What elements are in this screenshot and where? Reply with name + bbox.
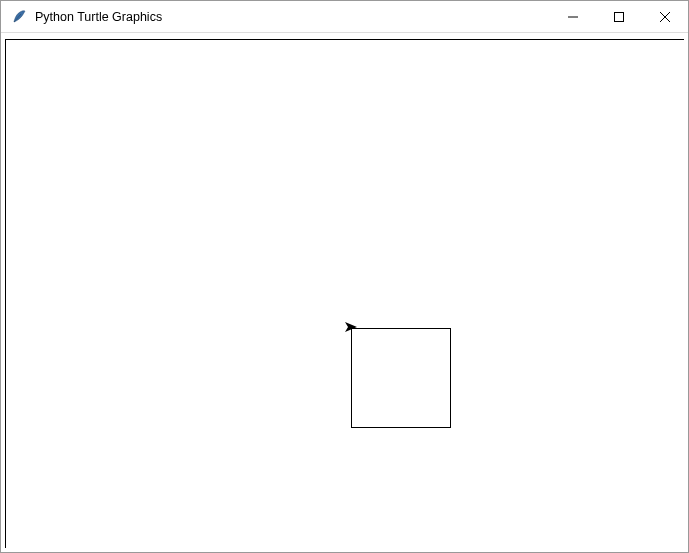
drawn-square xyxy=(351,328,451,428)
close-icon xyxy=(660,12,670,22)
maximize-button[interactable] xyxy=(596,1,642,32)
maximize-icon xyxy=(614,12,624,22)
window-controls xyxy=(550,1,688,32)
window-title: Python Turtle Graphics xyxy=(35,10,550,24)
titlebar[interactable]: Python Turtle Graphics xyxy=(1,1,688,33)
minimize-button[interactable] xyxy=(550,1,596,32)
turtle-cursor-icon xyxy=(344,319,358,337)
svg-rect-2 xyxy=(615,12,624,21)
feather-icon xyxy=(11,9,27,25)
application-window: Python Turtle Graphics xyxy=(0,0,689,553)
canvas-frame xyxy=(5,39,684,548)
close-button[interactable] xyxy=(642,1,688,32)
turtle-canvas xyxy=(6,40,684,548)
svg-marker-5 xyxy=(345,322,357,332)
minimize-icon xyxy=(568,12,578,22)
